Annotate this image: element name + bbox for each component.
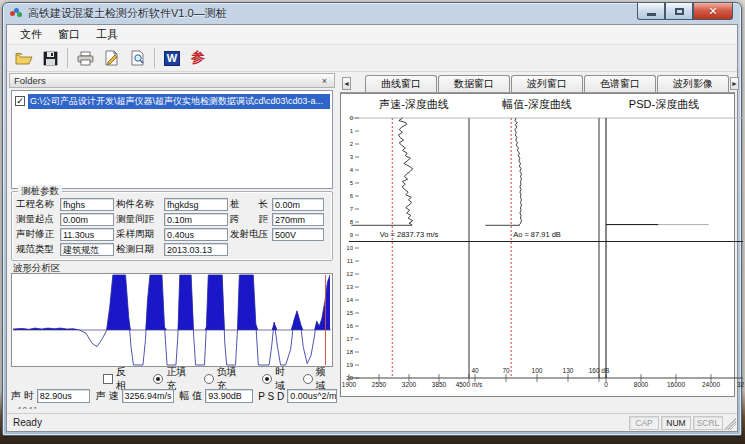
params-grid: 工程名称fhghs构件名称fhgkdsg桩 长0.00m测量起点0.00m测量间… — [16, 198, 330, 256]
tab-curve-window[interactable]: 曲线窗口 — [365, 75, 437, 92]
tab-data-window[interactable]: 数据窗口 — [438, 75, 510, 92]
item-checkbox[interactable]: ✓ — [15, 96, 25, 106]
tab-wave-train-window[interactable]: 波列窗口 — [511, 75, 583, 92]
main-area: Folders × ✓ G:\公司产品设计开发\超声仪器\超声仪实地检测数据调试… — [7, 72, 737, 413]
param-value-field[interactable]: 建筑规范 — [60, 243, 114, 256]
wave-positive-fill — [13, 275, 330, 330]
param-value-field[interactable]: 0.10m — [164, 213, 228, 226]
param-value-field[interactable]: 0.00m — [272, 198, 324, 211]
tab-spectrum-window[interactable]: 色谱窗口 — [584, 75, 656, 92]
num-lock-indicator: NUM — [661, 416, 691, 430]
depth-tick-label: 9 — [350, 232, 354, 238]
param-value-field[interactable]: 0.40us — [164, 228, 228, 241]
charts-svg: 0123456789101112131415161718192019002550… — [341, 94, 744, 391]
amplitude-field[interactable]: 93.90dB — [205, 389, 253, 403]
radio-icon[interactable] — [153, 374, 163, 384]
param-value-field[interactable]: 270mm — [272, 213, 324, 226]
radio-icon[interactable] — [303, 374, 313, 384]
client-area: 文件 窗口 工具 — [6, 24, 738, 432]
resize-grip[interactable] — [724, 418, 736, 430]
param-value-field[interactable]: 500V — [272, 228, 324, 241]
minimize-button[interactable] — [637, 3, 665, 20]
param-value-field[interactable]: 2013.03.13 — [164, 243, 228, 256]
titlebar[interactable]: 高铁建设混凝土检测分析软件V1.0—测桩 ✕ — [3, 3, 741, 24]
x-tick-label: 100 — [532, 367, 543, 374]
parameters-button[interactable]: 参 — [185, 47, 211, 70]
folders-list[interactable]: ✓ G:\公司产品设计开发\超声仪器\超声仪实地检测数据调试cd\cd03\cd… — [11, 90, 333, 189]
statusbar: Ready CAP NUM SCRL — [7, 413, 737, 431]
list-item[interactable]: ✓ G:\公司产品设计开发\超声仪器\超声仪实地检测数据调试cd\cd03\cd… — [14, 94, 330, 108]
checkbox-icon[interactable] — [103, 374, 113, 384]
psd-field[interactable]: 0.00us^2/m — [287, 389, 337, 403]
param-label: 声时修正 — [16, 228, 58, 241]
app-window: 高铁建设混凝土检测分析软件V1.0—测桩 ✕ 文件 窗口 工具 — [2, 2, 742, 436]
page-setup-button[interactable] — [98, 47, 124, 70]
radio-icon[interactable] — [204, 374, 214, 384]
waveform-plot[interactable] — [11, 273, 333, 367]
sound-speed-field[interactable]: 3256.94m/s — [122, 389, 175, 403]
maximize-button[interactable] — [665, 3, 693, 20]
toolbar-separator — [154, 48, 155, 68]
x-tick-label: 4500 m/s — [456, 381, 483, 388]
wave-outline — [13, 275, 330, 365]
open-button[interactable] — [11, 47, 37, 70]
x-tick-label: 8000 — [634, 381, 649, 388]
save-button[interactable] — [37, 47, 63, 70]
sound-time-field[interactable]: 82.90us — [37, 389, 90, 403]
x-tick-label: 130 — [563, 367, 574, 374]
x-tick-label: 24000 — [702, 381, 720, 388]
readouts-row: 声 时 82.90us 声 速 3256.94m/s 幅 值 93.90dB P… — [11, 388, 337, 404]
depth-tick-label: 1 — [350, 128, 354, 134]
folders-panel-header[interactable]: Folders × — [9, 73, 335, 88]
param-value-field[interactable]: 11.30us — [60, 228, 114, 241]
depth-tick-label: 17 — [346, 336, 353, 342]
depth-tick-label: 16 — [346, 323, 353, 329]
chart-annotation: Vo = 2837.73 m/s — [380, 230, 439, 239]
menubar: 文件 窗口 工具 — [7, 25, 737, 45]
toolbar-separator — [67, 48, 68, 68]
param-label: 发射电压 — [230, 228, 270, 241]
depth-tick-label: 5 — [350, 180, 354, 186]
x-tick-label: 3200 — [402, 381, 417, 388]
x-tick-label: 3850 — [432, 381, 447, 388]
toolbar: W 参 — [7, 45, 737, 72]
depth-tick-label: 4 — [350, 167, 354, 173]
file-path-label[interactable]: G:\公司产品设计开发\超声仪器\超声仪实地检测数据调试cd\cd03\cd03… — [28, 94, 330, 109]
print-button[interactable] — [72, 47, 98, 70]
charts-area[interactable]: 声速-深度曲线 幅值-深度曲线 PSD-深度曲线 012345678910111… — [340, 93, 735, 397]
depth-tick-label: 11 — [347, 258, 354, 264]
depth-tick-label: 19 — [346, 362, 353, 368]
print-preview-button[interactable] — [124, 47, 150, 70]
window-title: 高铁建设混凝土检测分析软件V1.0—测桩 — [28, 6, 227, 21]
folders-close-icon[interactable]: × — [319, 76, 330, 86]
close-button[interactable]: ✕ — [693, 3, 733, 20]
depth-tick-label: 15 — [346, 310, 353, 316]
param-value-field[interactable]: fhghs — [60, 198, 114, 211]
param-value-field[interactable]: fhgkdsg — [164, 198, 228, 211]
printer-icon — [77, 51, 94, 66]
x-tick-label: 32000 — [737, 381, 744, 388]
sound-speed-label: 声 速 — [96, 389, 119, 403]
x-tick-label: 16000 — [667, 381, 685, 388]
param-label: 规范类型 — [16, 243, 58, 256]
param-value-field[interactable]: 0.00m — [60, 213, 114, 226]
x-tick-label: 40 — [471, 367, 479, 374]
print-preview-icon — [130, 50, 145, 66]
caps-lock-indicator: CAP — [629, 416, 659, 430]
depth-curve — [351, 118, 412, 225]
depth-tick-label: 14 — [346, 297, 353, 303]
menu-tools[interactable]: 工具 — [89, 25, 125, 44]
tab-scroll-left-icon[interactable]: ◄ — [342, 77, 351, 90]
menu-window[interactable]: 窗口 — [51, 25, 87, 44]
right-panel: ◄ 曲线窗口 数据窗口 波列窗口 色谱窗口 波列影像 ► 声速-深度曲线 幅值-… — [340, 73, 735, 412]
word-export-button[interactable]: W — [159, 47, 185, 70]
psd-label: P S D — [258, 391, 284, 402]
param-label: 工程名称 — [16, 198, 58, 211]
menu-file[interactable]: 文件 — [13, 25, 49, 44]
radio-icon[interactable] — [262, 374, 272, 384]
param-label: 桩 长 — [230, 198, 270, 211]
tab-scroll-right-icon[interactable]: ► — [730, 77, 739, 90]
tabstrip: ◄ 曲线窗口 数据窗口 波列窗口 色谱窗口 波列影像 ► — [340, 73, 735, 93]
tab-wave-image-window[interactable]: 波列影像 — [657, 75, 729, 92]
depth-tick-label: 10 — [346, 245, 353, 251]
